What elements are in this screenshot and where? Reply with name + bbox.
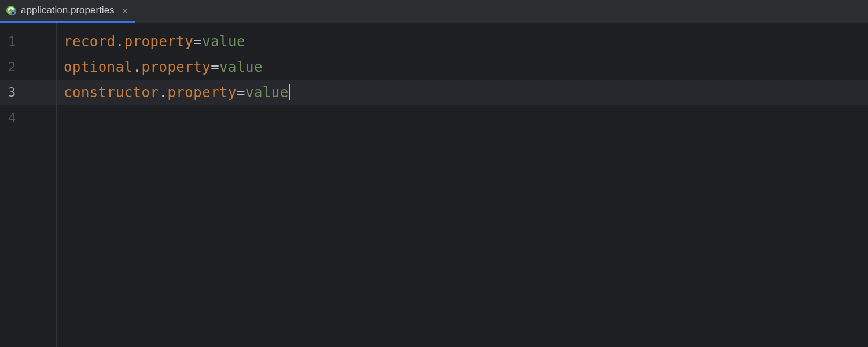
code-line[interactable] <box>64 105 868 131</box>
token: record <box>64 34 116 50</box>
caret <box>289 84 290 100</box>
svg-rect-5 <box>11 12 12 13</box>
token: = <box>211 59 219 75</box>
tab-application-properties[interactable]: application.properties × <box>0 0 135 23</box>
gutter: 1234 <box>0 23 57 347</box>
svg-rect-4 <box>13 14 13 14</box>
code-line[interactable]: constructor.property=value <box>57 80 868 105</box>
svg-rect-6 <box>14 12 15 13</box>
line-number: 4 <box>0 105 56 131</box>
spring-config-icon <box>6 5 16 16</box>
line-number: 2 <box>0 54 56 80</box>
token: property <box>124 34 194 50</box>
code-line[interactable]: optional.property=value <box>64 54 868 80</box>
token: = <box>237 84 245 101</box>
token: . <box>133 59 142 75</box>
code-line[interactable]: record.property=value <box>64 29 868 54</box>
token: optional <box>64 59 133 75</box>
token: value <box>219 59 263 75</box>
token: value <box>245 84 289 101</box>
close-icon[interactable]: × <box>123 6 128 16</box>
editor: 1234 record.property=valueoptional.prope… <box>0 23 868 347</box>
token: . <box>159 84 167 101</box>
tab-bar: application.properties × <box>0 0 868 23</box>
line-number: 1 <box>0 29 56 54</box>
token: constructor <box>64 84 159 101</box>
svg-rect-3 <box>13 10 13 11</box>
code-area[interactable]: record.property=valueoptional.property=v… <box>57 23 868 347</box>
token: = <box>193 34 202 50</box>
line-number: 3 <box>0 80 56 105</box>
token: property <box>142 59 211 75</box>
tab-label: application.properties <box>21 5 115 16</box>
token: . <box>116 34 124 50</box>
token: property <box>167 84 237 101</box>
token: value <box>202 34 245 50</box>
